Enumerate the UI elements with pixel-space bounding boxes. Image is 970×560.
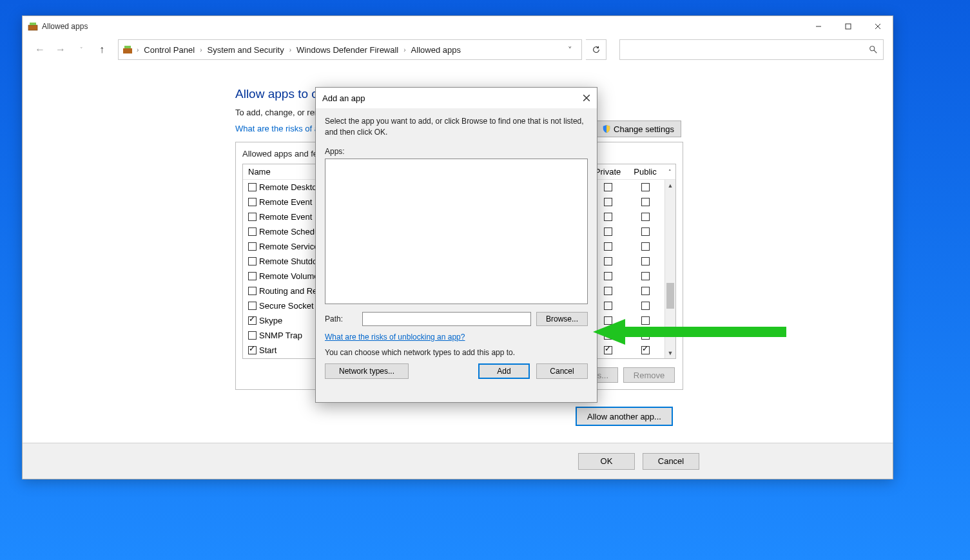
firewall-icon [28, 21, 38, 32]
allow-another-app-button[interactable]: Allow another app... [576, 407, 673, 426]
vertical-scrollbar[interactable]: ▲ ▼ [664, 180, 675, 358]
breadcrumb[interactable]: Control Panel [142, 44, 196, 56]
dialog-close-button[interactable] [580, 92, 593, 104]
forward-button: → [52, 41, 69, 58]
row-checkbox[interactable] [248, 346, 257, 354]
chevron-right-icon: › [135, 46, 140, 53]
svg-rect-7 [123, 48, 132, 53]
scrollbar-thumb[interactable] [666, 283, 674, 309]
svg-line-10 [874, 50, 877, 53]
ok-button[interactable]: OK [578, 453, 635, 470]
public-checkbox[interactable] [641, 346, 650, 354]
row-checkbox[interactable] [248, 242, 257, 251]
row-name: SNMP Trap [259, 331, 302, 340]
svg-rect-0 [28, 25, 37, 30]
chevron-right-icon: › [288, 46, 293, 53]
svg-rect-4 [846, 24, 851, 29]
private-checkbox[interactable] [604, 287, 612, 295]
row-checkbox[interactable] [248, 257, 257, 266]
scroll-up-button[interactable]: ▲ [665, 180, 675, 191]
public-checkbox[interactable] [641, 331, 650, 340]
back-button[interactable]: ← [32, 41, 48, 58]
recent-dropdown[interactable]: ˅ [73, 41, 90, 58]
svg-rect-2 [30, 23, 36, 25]
up-button[interactable]: ↑ [93, 41, 110, 58]
path-input[interactable] [362, 312, 531, 326]
private-checkbox[interactable] [604, 302, 612, 310]
maximize-button[interactable] [833, 16, 863, 37]
cancel-button[interactable]: Cancel [643, 453, 699, 470]
private-checkbox[interactable] [604, 213, 612, 221]
row-checkbox[interactable] [248, 183, 257, 191]
search-icon [869, 45, 878, 54]
change-settings-button[interactable]: Change settings [595, 121, 681, 137]
public-checkbox[interactable] [641, 257, 650, 266]
nav-row: ← → ˅ ↑ › Control Panel › System and Sec… [23, 37, 893, 63]
window-title: Allowed apps [42, 22, 88, 31]
row-checkbox[interactable] [248, 272, 257, 280]
col-public[interactable]: Public [626, 167, 664, 177]
network-types-button[interactable]: Network types... [325, 363, 409, 379]
private-checkbox[interactable] [604, 346, 612, 354]
bottom-bar: OK Cancel [23, 443, 893, 479]
refresh-icon [592, 45, 601, 54]
address-bar[interactable]: › Control Panel › System and Security › … [118, 39, 582, 60]
chevron-right-icon: › [199, 46, 203, 53]
private-checkbox[interactable] [604, 257, 612, 266]
change-settings-label: Change settings [614, 124, 674, 134]
dialog-instruction: Select the app you want to add, or click… [325, 116, 588, 138]
public-checkbox[interactable] [641, 302, 650, 310]
breadcrumb[interactable]: Allowed apps [410, 44, 462, 56]
breadcrumb[interactable]: System and Security [206, 44, 285, 56]
close-icon [583, 94, 590, 102]
private-checkbox[interactable] [604, 242, 612, 251]
public-checkbox[interactable] [641, 242, 650, 251]
row-checkbox[interactable] [248, 213, 257, 221]
browse-button[interactable]: Browse... [536, 312, 588, 326]
public-checkbox[interactable] [641, 316, 650, 325]
scroll-up-icon[interactable]: ˄ [664, 169, 675, 175]
public-checkbox[interactable] [641, 227, 650, 236]
address-dropdown[interactable]: ˅ [562, 45, 577, 55]
apps-label: Apps: [325, 147, 588, 156]
private-checkbox[interactable] [604, 183, 612, 191]
row-checkbox[interactable] [248, 227, 257, 236]
dialog-cancel-button[interactable]: Cancel [536, 363, 588, 379]
row-checkbox[interactable] [248, 331, 257, 340]
refresh-button[interactable] [586, 39, 606, 60]
private-checkbox[interactable] [604, 198, 612, 206]
svg-point-9 [870, 46, 875, 51]
dialog-title: Add an app [322, 93, 365, 103]
dialog-titlebar: Add an app [316, 88, 597, 108]
row-checkbox[interactable] [248, 316, 257, 325]
firewall-icon [122, 44, 133, 55]
public-checkbox[interactable] [641, 287, 650, 295]
scroll-down-button[interactable]: ▼ [665, 347, 675, 358]
public-checkbox[interactable] [641, 198, 650, 206]
private-checkbox[interactable] [604, 227, 612, 236]
titlebar: Allowed apps [23, 16, 893, 37]
remove-button[interactable]: Remove [623, 367, 675, 383]
search-box[interactable] [619, 39, 884, 60]
public-checkbox[interactable] [641, 183, 650, 191]
row-name: Remote Desktop [259, 182, 322, 192]
chevron-right-icon: › [402, 46, 407, 53]
private-checkbox[interactable] [604, 316, 612, 325]
close-button[interactable] [863, 16, 893, 37]
public-checkbox[interactable] [641, 213, 650, 221]
row-checkbox[interactable] [248, 287, 257, 295]
svg-rect-8 [124, 46, 131, 48]
path-label: Path: [325, 314, 357, 323]
unblock-risks-link[interactable]: What are the risks of unblocking an app? [325, 333, 465, 342]
public-checkbox[interactable] [641, 272, 650, 280]
row-checkbox[interactable] [248, 302, 257, 310]
private-checkbox[interactable] [604, 272, 612, 280]
row-name: Skype [259, 316, 282, 325]
apps-listbox[interactable] [325, 159, 588, 304]
row-name: Start [259, 345, 276, 355]
private-checkbox[interactable] [604, 331, 612, 340]
breadcrumb[interactable]: Windows Defender Firewall [295, 44, 400, 56]
minimize-button[interactable] [804, 16, 833, 37]
row-checkbox[interactable] [248, 198, 257, 206]
add-button[interactable]: Add [478, 363, 530, 379]
